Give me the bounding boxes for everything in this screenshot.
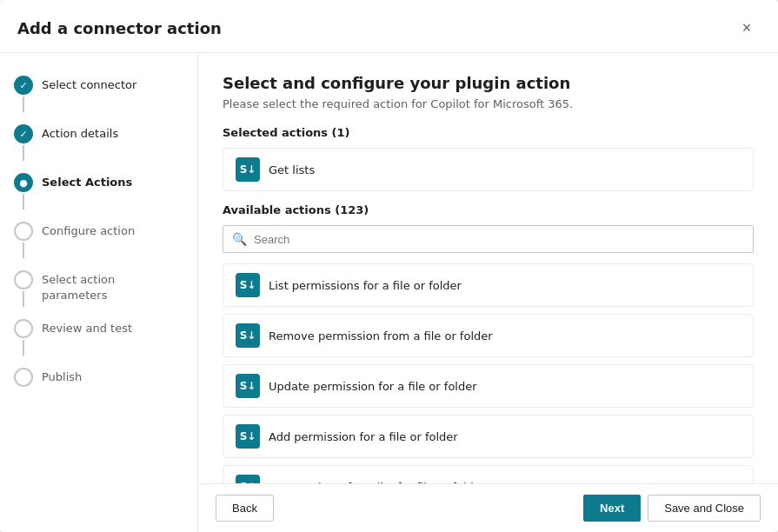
step-connector-review-and-test <box>23 340 24 356</box>
sidebar-step-publish: Publish <box>0 362 197 392</box>
step-label-publish: Publish <box>42 368 82 385</box>
step-indicator-wrap-publish <box>14 368 33 387</box>
step-label-configure-action: Configure action <box>42 222 135 239</box>
available-action-icon-2: S↓ <box>236 374 260 398</box>
modal-title: Add a connector action <box>17 19 222 37</box>
available-action-label-0: List permissions for a file or folder <box>269 279 462 292</box>
available-action-icon-3: S↓ <box>236 424 260 449</box>
add-connector-modal: Add a connector action × ✓Select connect… <box>0 0 778 532</box>
available-action-card-2[interactable]: S↓Update permission for a file or folder <box>223 364 754 408</box>
footer-right: Next Save and Close <box>583 495 761 522</box>
modal-body: ✓Select connector✓Action details●Select … <box>0 53 778 532</box>
selected-action-icon: S↓ <box>236 157 260 182</box>
step-label-action-details: Action details <box>42 124 118 142</box>
step-circle-select-action-parameters <box>14 270 33 289</box>
step-indicator-wrap-select-actions: ● <box>14 173 33 211</box>
search-icon: 🔍 <box>232 232 247 246</box>
available-action-card-1[interactable]: S↓Remove permission from a file or folde… <box>223 314 754 357</box>
next-button[interactable]: Next <box>583 495 641 522</box>
available-actions-label: Available actions (123) <box>223 203 754 216</box>
search-input[interactable] <box>254 233 744 246</box>
sidebar-step-select-action-parameters: Select action parameters <box>0 265 197 314</box>
content-title: Select and configure your plugin action <box>223 74 754 92</box>
step-indicator-wrap-action-details: ✓ <box>14 124 33 163</box>
sidebar: ✓Select connector✓Action details●Select … <box>0 53 198 532</box>
sidebar-step-review-and-test: Review and test <box>0 314 197 362</box>
step-label-review-and-test: Review and test <box>42 319 132 336</box>
sidebar-step-select-connector[interactable]: ✓Select connector <box>0 70 197 119</box>
available-action-card-0[interactable]: S↓List permissions for a file or folder <box>223 263 754 307</box>
available-action-card-4[interactable]: S↓Remove item from list for file or fold… <box>223 465 754 483</box>
step-connector-action-details <box>23 145 24 161</box>
available-action-icon-1: S↓ <box>236 323 260 348</box>
sidebar-step-select-actions[interactable]: ●Select Actions <box>0 168 197 216</box>
step-circle-action-details: ✓ <box>14 124 33 143</box>
available-action-label-3: Add permission for a file or folder <box>269 430 458 443</box>
back-button[interactable]: Back <box>216 495 274 522</box>
sidebar-step-action-details[interactable]: ✓Action details <box>0 119 197 168</box>
modal-header: Add a connector action × <box>0 0 778 53</box>
step-connector-select-action-parameters <box>23 291 24 307</box>
available-action-icon-0: S↓ <box>236 273 260 297</box>
available-action-card-3[interactable]: S↓Add permission for a file or folder <box>223 415 754 458</box>
content-subtitle: Please select the required action for Co… <box>223 97 754 110</box>
modal-footer: Back Next Save and Close <box>198 483 778 532</box>
selected-actions-label: Selected actions (1) <box>223 126 754 139</box>
step-connector-select-actions <box>23 194 24 209</box>
available-action-icon-4: S↓ <box>236 475 260 483</box>
step-label-select-connector: Select connector <box>42 76 136 93</box>
main-content: Select and configure your plugin action … <box>198 53 778 532</box>
step-circle-configure-action <box>14 222 33 241</box>
step-connector-configure-action <box>23 243 24 258</box>
close-button[interactable]: × <box>733 14 761 42</box>
search-box: 🔍 <box>223 225 754 253</box>
footer-left: Back <box>216 495 274 522</box>
step-circle-select-connector: ✓ <box>14 76 33 95</box>
content-area: Select and configure your plugin action … <box>198 53 778 483</box>
selected-action-card[interactable]: S↓ Get lists <box>223 148 754 191</box>
step-indicator-wrap-select-action-parameters <box>14 270 33 309</box>
step-circle-review-and-test <box>14 319 33 338</box>
sidebar-step-configure-action: Configure action <box>0 216 197 265</box>
available-actions-list: S↓List permissions for a file or folderS… <box>223 263 754 483</box>
step-circle-publish <box>14 368 33 387</box>
step-indicator-wrap-review-and-test <box>14 319 33 357</box>
save-close-button[interactable]: Save and Close <box>648 495 761 522</box>
selected-action-label: Get lists <box>269 163 315 176</box>
step-label-select-action-parameters: Select action parameters <box>42 270 183 303</box>
available-action-label-2: Update permission for a file or folder <box>269 380 477 393</box>
step-label-select-actions: Select Actions <box>42 173 132 190</box>
step-circle-select-actions: ● <box>14 173 33 192</box>
step-indicator-wrap-configure-action <box>14 222 33 260</box>
step-connector-select-connector <box>23 96 24 112</box>
step-indicator-wrap-select-connector: ✓ <box>14 76 33 114</box>
available-action-label-1: Remove permission from a file or folder <box>269 329 493 342</box>
